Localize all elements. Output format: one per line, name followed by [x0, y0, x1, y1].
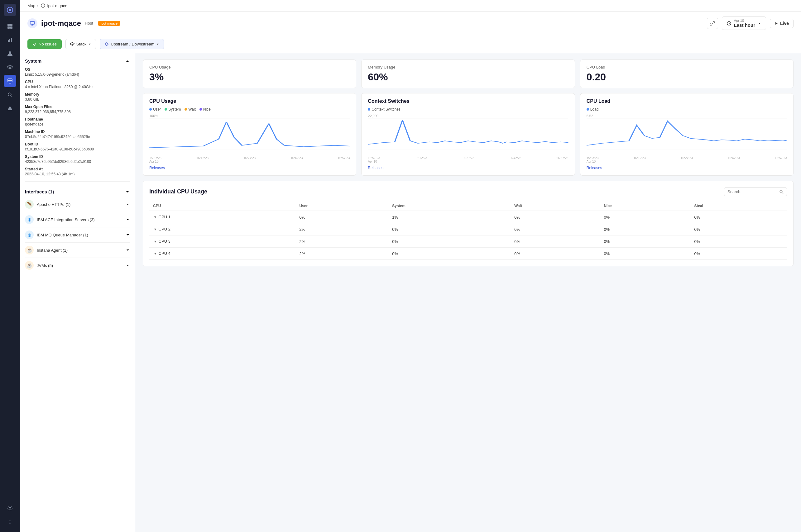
- legend-nice: Nice: [200, 107, 211, 112]
- cpu-usage-stat-label: CPU Usage: [149, 65, 350, 70]
- col-cpu[interactable]: CPU ↑: [149, 201, 296, 211]
- sidebar-item-alerts[interactable]: [4, 102, 16, 115]
- cpu-row-wait: 0%: [510, 248, 600, 260]
- hostname-label: Hostname: [25, 117, 130, 121]
- context-switches-chart-card: Context Switches Context Switches 22,000: [361, 93, 575, 176]
- search-input[interactable]: [727, 189, 777, 194]
- main-content: Map › ipot-mqace ipot-mqace Host ipot-mq…: [20, 0, 801, 532]
- table-row: ▾ CPU 2 2% 0% 0% 0% 0%: [149, 223, 787, 235]
- hostname-value: ipot-mqace: [25, 122, 130, 127]
- sidebar-item-layers[interactable]: [4, 61, 16, 74]
- list-item[interactable]: ⊕ IBM ACE Integration Servers (3): [25, 212, 130, 227]
- sidebar-item-dashboard[interactable]: [4, 20, 16, 32]
- cpu-load-chart-card: CPU Load Load 6.52: [580, 93, 794, 176]
- sidebar-item-more[interactable]: [4, 516, 16, 528]
- col-user: User: [296, 201, 388, 211]
- time-main: Last hour: [734, 22, 755, 28]
- interface-ibmace-label: IBM ACE Integration Servers (3): [37, 217, 123, 222]
- live-button[interactable]: Live: [770, 19, 794, 28]
- divider: [25, 181, 130, 182]
- interfaces-collapse-icon: [125, 189, 130, 194]
- sidebar-item-search[interactable]: [4, 89, 16, 101]
- cpu-load-stat-value: 0.20: [586, 71, 787, 83]
- expand-button[interactable]: ▾: [153, 214, 157, 220]
- sidebar-item-settings[interactable]: [4, 502, 16, 515]
- ibm-ace-icon: ⊕: [25, 215, 34, 224]
- jvms-icon: ☕: [25, 261, 34, 270]
- started-at-label: Started At: [25, 167, 130, 171]
- list-item[interactable]: ☕ JVMs (5): [25, 258, 130, 273]
- system-id-info: System ID 42353c7e76b952de82936b6d2e2c91…: [25, 154, 130, 164]
- time-prefix: Apr 10: [734, 19, 744, 22]
- os-value: Linux 5.15.0-69-generic (amd64): [25, 72, 130, 77]
- context-switches-chart-times: 15:57:23Apr 10 16:12:23 16:27:23 16:42:2…: [368, 156, 568, 163]
- legend-wait: Wait: [185, 107, 196, 112]
- legend-system: System: [165, 107, 181, 112]
- link-button[interactable]: [707, 18, 718, 29]
- cpu-usage-chart-area: [149, 118, 350, 156]
- os-info: OS Linux 5.15.0-69-generic (amd64): [25, 67, 130, 77]
- cpu-usage-chart-card: CPU Usage User System Wait: [143, 93, 356, 176]
- page-header: ipot-mqace Host ipot-mqace Apr 10 Last h…: [20, 12, 801, 35]
- svg-rect-4: [7, 26, 10, 28]
- boot-id-label: Boot ID: [25, 142, 130, 146]
- svg-point-22: [10, 523, 11, 524]
- upstream-downstream-button[interactable]: Upstream / Downstream: [100, 39, 164, 49]
- svg-rect-8: [11, 38, 12, 42]
- no-issues-button[interactable]: No Issues: [27, 39, 62, 49]
- cpu-load-stat-card: CPU Load 0.20: [580, 59, 794, 88]
- cpu-row-nice: 0%: [600, 211, 690, 223]
- legend-user: User: [149, 107, 161, 112]
- page-title-area: ipot-mqace Host ipot-mqace: [27, 18, 120, 28]
- legend-nice-dot: [200, 108, 202, 111]
- context-switches-releases-link[interactable]: Releases: [368, 166, 383, 170]
- legend-user-dot: [149, 108, 152, 111]
- legend-load-label: Load: [590, 107, 599, 112]
- cpu-row-user: 2%: [296, 248, 388, 260]
- cpu-row-system: 1%: [388, 211, 510, 223]
- context-switches-chart-area: [368, 118, 568, 156]
- svg-point-20: [10, 520, 11, 521]
- breadcrumb-separator: ›: [37, 3, 38, 8]
- sidebar-logo[interactable]: [4, 4, 16, 16]
- stack-button[interactable]: Stack: [66, 39, 96, 49]
- svg-marker-31: [776, 22, 778, 25]
- cpu-row-user: 0%: [296, 211, 388, 223]
- time-range-button[interactable]: Apr 10 Last hour: [722, 17, 766, 30]
- breadcrumb-current: ipot-mqace: [48, 3, 67, 8]
- expand-button[interactable]: ▾: [153, 239, 157, 244]
- expand-button[interactable]: ▾: [153, 251, 157, 256]
- sidebar-item-reports[interactable]: [4, 34, 16, 46]
- search-box[interactable]: [724, 187, 787, 196]
- cpu-load-releases-link[interactable]: Releases: [586, 166, 602, 170]
- system-collapse-icon[interactable]: [125, 59, 130, 63]
- page-title: ipot-mqace: [41, 19, 81, 28]
- memory-label: Memory: [25, 92, 130, 97]
- host-icon: [27, 18, 37, 28]
- cpu-usage-releases-link[interactable]: Releases: [149, 166, 165, 170]
- list-item[interactable]: ☕ Instana Agent (1): [25, 243, 130, 258]
- list-item[interactable]: 🪶 Apache HTTPd (1): [25, 197, 130, 212]
- svg-point-15: [8, 93, 11, 96]
- memory-usage-stat-value: 60%: [368, 71, 568, 83]
- list-item[interactable]: ⊛ IBM MQ Queue Manager (1): [25, 227, 130, 243]
- legend-system-dot: [165, 108, 167, 111]
- sidebar-item-infrastructure[interactable]: [4, 75, 16, 87]
- cpu-row-nice: 0%: [600, 235, 690, 248]
- hostname-info: Hostname ipot-mqace: [25, 117, 130, 127]
- individual-cpu-section: Individual CPU Usage CPU ↑ User Sys: [143, 180, 794, 266]
- interfaces-header[interactable]: Interfaces (1): [25, 187, 130, 197]
- breadcrumb-map[interactable]: Map: [27, 3, 35, 8]
- cpu-row-name: ▾ CPU 2: [149, 223, 296, 235]
- max-open-files-value: 9,223,372,036,854,775,808: [25, 110, 130, 114]
- search-icon: [779, 190, 784, 194]
- table-row: ▾ CPU 4 2% 0% 0% 0% 0%: [149, 248, 787, 260]
- cpu-load-stat-label: CPU Load: [586, 65, 787, 70]
- sidebar-item-users[interactable]: [4, 48, 16, 60]
- started-at-info: Started At 2023-04-10, 12:55:48 (4h 1m): [25, 167, 130, 176]
- instana-agent-icon: ☕: [25, 246, 34, 254]
- svg-rect-5: [10, 26, 13, 28]
- expand-button[interactable]: ▾: [153, 226, 157, 232]
- cpu-usage-chart-max: 100%: [149, 114, 350, 118]
- memory-usage-stat-card: Memory Usage 60%: [361, 59, 575, 88]
